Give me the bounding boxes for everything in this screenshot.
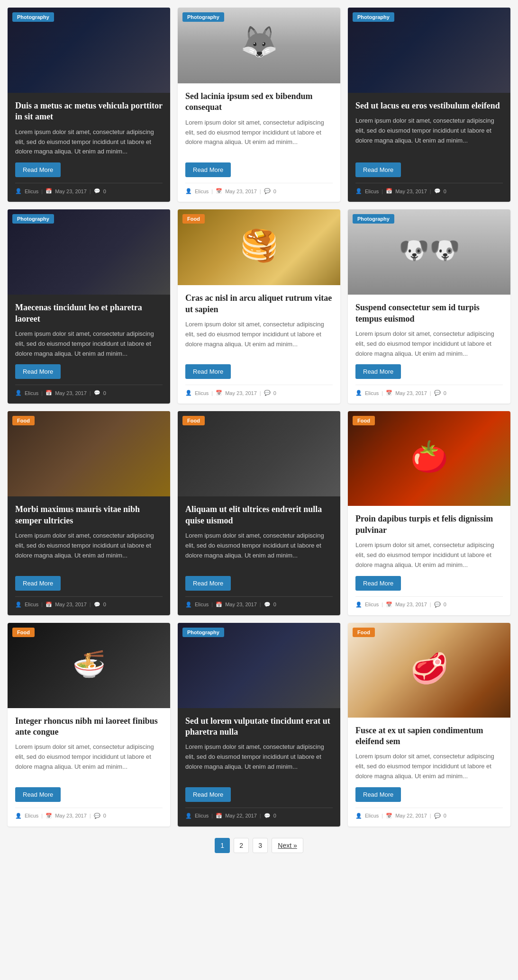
category-badge-10[interactable]: Food <box>12 628 35 637</box>
category-badge-2[interactable]: Photography <box>182 12 224 22</box>
meta-sep2-8: | <box>260 602 261 607</box>
card-title-8: Aliquam ut elit ultrices endrerit nulla … <box>185 504 333 526</box>
card-body-11: Sed ut lorem vulputate tincidunt erat ut… <box>178 708 340 827</box>
read-more-button-6[interactable]: Read More <box>355 364 401 379</box>
card-author-4: Elicus <box>25 390 38 396</box>
author-icon-11: 👤 <box>185 813 192 819</box>
card-excerpt-5: Lorem ipsum dolor sit amet, consectetur … <box>185 320 333 359</box>
page-button-1[interactable]: 1 <box>215 838 230 853</box>
category-badge-8[interactable]: Food <box>182 416 205 425</box>
meta-sep1-11: | <box>211 813 213 818</box>
card-excerpt-11: Lorem ipsum dolor sit amet, consectetur … <box>185 742 333 781</box>
card-body-6: Suspend consectetur sem id turpis tempus… <box>348 295 510 404</box>
card-title-12: Fusce at ex ut sapien condimentum eleife… <box>355 725 503 747</box>
card-date-8: May 23, 2017 <box>225 602 257 607</box>
category-badge-4[interactable]: Photography <box>12 214 54 224</box>
read-more-button-2[interactable]: Read More <box>185 162 231 177</box>
author-icon-8: 👤 <box>185 602 192 608</box>
card-comments-11: 0 <box>273 813 276 818</box>
card-12: Food Fusce at ex ut sapien condimentum e… <box>348 623 510 827</box>
card-image-12: Food <box>348 623 510 718</box>
card-image-4: Photography <box>8 209 170 295</box>
card-date-10: May 23, 2017 <box>55 813 87 818</box>
read-more-button-1[interactable]: Read More <box>15 162 61 177</box>
meta-sep1-1: | <box>41 189 43 194</box>
category-badge-7[interactable]: Food <box>12 416 35 425</box>
card-comments-2: 0 <box>273 189 276 194</box>
read-more-button-4[interactable]: Read More <box>15 364 61 379</box>
card-excerpt-1: Lorem ipsum dolor sit amet, consectetur … <box>15 127 163 157</box>
meta-sep1-12: | <box>382 813 383 818</box>
category-badge-5[interactable]: Food <box>182 214 205 224</box>
card-image-9: Food <box>348 411 510 506</box>
category-badge-3[interactable]: Photography <box>353 12 394 22</box>
card-author-11: Elicus <box>195 813 209 818</box>
card-title-5: Cras ac nisl in arcu aliquet rutrum vita… <box>185 293 333 315</box>
card-meta-4: 👤 Elicus | 📅 May 23, 2017 | 💬 0 <box>15 385 163 396</box>
card-author-1: Elicus <box>25 189 38 194</box>
author-icon-7: 👤 <box>15 602 22 608</box>
calendar-icon-3: 📅 <box>386 188 392 194</box>
read-more-button-9[interactable]: Read More <box>355 576 401 591</box>
page-button-3[interactable]: 3 <box>253 838 268 853</box>
category-badge-1[interactable]: Photography <box>12 12 54 22</box>
comment-icon-1: 💬 <box>94 188 100 194</box>
card-meta-3: 👤 Elicus | 📅 May 23, 2017 | 💬 0 <box>355 183 503 194</box>
card-excerpt-3: Lorem ipsum dolor sit amet, consectetur … <box>355 116 503 157</box>
page-button-2[interactable]: 2 <box>234 838 249 853</box>
read-more-button-7[interactable]: Read More <box>15 576 61 591</box>
read-more-button-10[interactable]: Read More <box>15 787 61 802</box>
card-9: Food Proin dapibus turpis et felis digni… <box>348 411 510 615</box>
next-page-button[interactable]: Next » <box>272 838 303 853</box>
card-excerpt-6: Lorem ipsum dolor sit amet, consectetur … <box>355 329 503 359</box>
read-more-button-8[interactable]: Read More <box>185 576 231 591</box>
meta-sep2-4: | <box>90 390 91 396</box>
card-date-12: May 22, 2017 <box>395 813 427 818</box>
card-meta-10: 👤 Elicus | 📅 May 23, 2017 | 💬 0 <box>15 808 163 819</box>
calendar-icon-6: 📅 <box>386 390 392 396</box>
meta-sep1-10: | <box>41 813 43 818</box>
card-body-2: Sed lacinia ipsum sed ex bibendum conseq… <box>178 83 340 202</box>
read-more-button-3[interactable]: Read More <box>355 162 401 177</box>
comment-icon-5: 💬 <box>264 390 271 396</box>
article-grid: Photography Duis a metus ac metus vehicu… <box>8 8 510 827</box>
category-badge-12[interactable]: Food <box>353 628 375 637</box>
card-meta-7: 👤 Elicus | 📅 May 23, 2017 | 💬 0 <box>15 596 163 608</box>
card-1: Photography Duis a metus ac metus vehicu… <box>8 8 170 202</box>
card-comments-8: 0 <box>273 602 276 607</box>
card-excerpt-10: Lorem ipsum dolor sit amet, consectetur … <box>15 742 163 781</box>
card-comments-4: 0 <box>103 390 106 396</box>
meta-sep2-1: | <box>90 189 91 194</box>
card-author-12: Elicus <box>365 813 379 818</box>
meta-sep1-5: | <box>211 390 213 396</box>
comment-icon-6: 💬 <box>434 390 441 396</box>
category-badge-9[interactable]: Food <box>353 416 375 425</box>
card-title-4: Maecenas tincidunt leo et pharetra laore… <box>15 302 163 324</box>
meta-sep1-6: | <box>382 390 383 396</box>
card-author-9: Elicus <box>365 602 379 607</box>
read-more-button-12[interactable]: Read More <box>355 787 401 802</box>
calendar-icon-5: 📅 <box>216 390 222 396</box>
card-10: Food Integer rhoncus nibh mi laoreet fin… <box>8 623 170 827</box>
category-badge-6[interactable]: Photography <box>353 214 394 224</box>
card-comments-1: 0 <box>103 189 106 194</box>
card-author-2: Elicus <box>195 189 209 194</box>
card-image-5: Food <box>178 209 340 285</box>
card-comments-10: 0 <box>103 813 106 818</box>
calendar-icon-10: 📅 <box>45 813 52 819</box>
comment-icon-11: 💬 <box>264 813 271 819</box>
card-date-3: May 23, 2017 <box>395 189 427 194</box>
read-more-button-11[interactable]: Read More <box>185 787 231 802</box>
card-comments-3: 0 <box>444 189 446 194</box>
card-meta-6: 👤 Elicus | 📅 May 23, 2017 | 💬 0 <box>355 385 503 396</box>
meta-sep2-11: | <box>260 813 261 818</box>
comment-icon-3: 💬 <box>434 188 441 194</box>
author-icon-10: 👤 <box>15 813 22 819</box>
read-more-button-5[interactable]: Read More <box>185 364 231 379</box>
category-badge-11[interactable]: Photography <box>182 628 224 637</box>
card-title-11: Sed ut lorem vulputate tincidunt erat ut… <box>185 716 333 738</box>
card-image-3: Photography <box>348 8 510 93</box>
calendar-icon-2: 📅 <box>216 188 222 194</box>
meta-sep2-10: | <box>90 813 91 818</box>
card-date-11: May 22, 2017 <box>225 813 257 818</box>
